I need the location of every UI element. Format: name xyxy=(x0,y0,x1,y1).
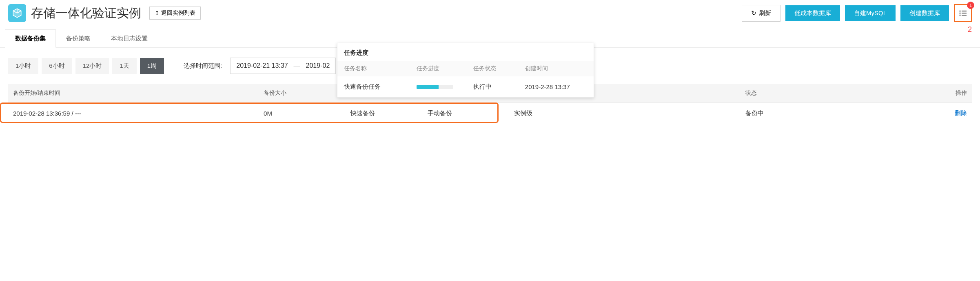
range-1w-button[interactable]: 1周 xyxy=(140,58,164,74)
col-action: 操作 xyxy=(914,84,972,103)
task-progress-popover: 任务进度 任务名称 任务进度 任务状态 创建时间 快速备份任务 执行中 2019… xyxy=(337,43,594,98)
refresh-button[interactable]: ↻ 刷新 xyxy=(742,5,780,22)
task-list-button[interactable]: 1 xyxy=(954,4,972,22)
tab-backup-sets[interactable]: 数据备份集 xyxy=(5,29,56,48)
lowcost-db-button[interactable]: 低成本数据库 xyxy=(785,5,840,21)
date-range-picker[interactable]: 2019-02-21 13:37 — 2019-02 xyxy=(230,58,336,74)
col-status: 状态 xyxy=(741,84,914,103)
date-range-label: 选择时间范围: xyxy=(184,62,222,70)
popover-task-row: 快速备份任务 执行中 2019-2-28 13:37 xyxy=(337,76,594,97)
range-1h-button[interactable]: 1小时 xyxy=(8,58,38,74)
progress-bar xyxy=(417,85,453,89)
table-row: 2019-02-28 13:36:59 / --- 0M 快速备份 手动备份 实… xyxy=(8,103,972,124)
range-1d-button[interactable]: 1天 xyxy=(112,58,136,74)
cube-icon xyxy=(8,4,26,22)
date-to: 2019-02 xyxy=(306,62,330,69)
svg-point-2 xyxy=(960,13,961,14)
return-icon: ↥ xyxy=(155,10,160,16)
cell-method: 快速备份 xyxy=(346,103,423,124)
tab-local-log[interactable]: 本地日志设置 xyxy=(101,29,158,47)
page-header: 存储一体化验证实例 ↥ 返回实例列表 ↻ 刷新 低成本数据库 自建MySQL 创… xyxy=(0,0,980,26)
annotation-2: 2 xyxy=(968,25,972,34)
popover-col-progress: 任务进度 xyxy=(417,65,473,72)
popover-col-name: 任务名称 xyxy=(344,65,417,72)
cell-level: 实例级 xyxy=(509,103,741,124)
date-sep: — xyxy=(294,62,300,69)
progress-fill xyxy=(417,85,439,89)
popover-header-row: 任务名称 任务进度 任务状态 创建时间 xyxy=(337,61,594,76)
page-title: 存储一体化验证实例 xyxy=(31,5,141,22)
task-name: 快速备份任务 xyxy=(344,83,417,91)
popover-col-status: 任务状态 xyxy=(473,65,525,72)
cell-size: 0M xyxy=(259,103,346,124)
task-created: 2019-2-28 13:37 xyxy=(525,83,587,90)
cell-policy: 手动备份 xyxy=(423,103,510,124)
task-count-badge: 1 xyxy=(967,2,974,9)
list-icon xyxy=(959,10,967,16)
refresh-icon: ↻ xyxy=(751,9,756,17)
return-button[interactable]: ↥ 返回实例列表 xyxy=(149,7,201,20)
self-mysql-button[interactable]: 自建MySQL xyxy=(845,5,896,21)
delete-link[interactable]: 删除 xyxy=(955,109,967,116)
create-db-button[interactable]: 创建数据库 xyxy=(900,5,949,21)
cell-time: 2019-02-28 13:36:59 / --- xyxy=(8,103,259,124)
popover-title: 任务进度 xyxy=(337,43,594,61)
svg-point-4 xyxy=(960,15,961,16)
cell-status: 备份中 xyxy=(741,103,914,124)
col-size: 备份大小 xyxy=(259,84,346,103)
return-label: 返回实例列表 xyxy=(161,9,195,17)
range-6h-button[interactable]: 6小时 xyxy=(42,58,72,74)
popover-col-created: 创建时间 xyxy=(525,65,587,72)
svg-point-0 xyxy=(960,11,961,12)
refresh-label: 刷新 xyxy=(759,9,771,17)
tab-backup-policy[interactable]: 备份策略 xyxy=(56,29,101,47)
task-status: 执行中 xyxy=(473,83,525,91)
col-time: 备份开始/结束时间 xyxy=(8,84,259,103)
task-progress xyxy=(417,85,473,89)
date-from: 2019-02-21 13:37 xyxy=(236,62,288,69)
range-12h-button[interactable]: 12小时 xyxy=(75,58,109,74)
